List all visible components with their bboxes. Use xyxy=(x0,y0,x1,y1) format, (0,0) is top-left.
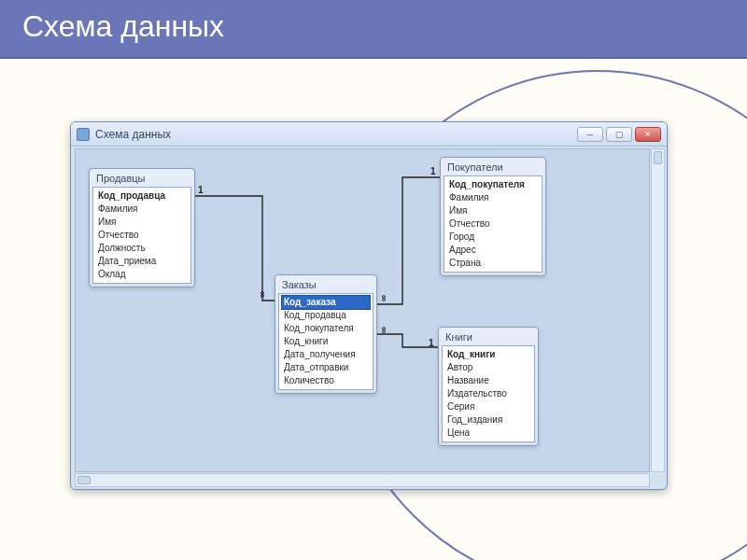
field[interactable]: Количество xyxy=(282,374,370,387)
scrollbar-vertical[interactable] xyxy=(651,148,665,472)
diagram-canvas[interactable]: 1 ∞ 1 ∞ ∞ 1 Продавцы Код_продавца Фамили… xyxy=(75,148,650,472)
field[interactable]: Дата_приема xyxy=(96,255,188,268)
rel-orders-many-3: ∞ xyxy=(378,327,388,333)
field[interactable]: Издательство xyxy=(445,387,531,400)
rel-books-one: 1 xyxy=(429,338,434,348)
field[interactable]: Отчество xyxy=(96,229,188,242)
minimize-button[interactable]: ─ xyxy=(577,127,603,142)
field[interactable]: Автор xyxy=(445,361,531,374)
table-books-title: Книги xyxy=(442,330,535,345)
field[interactable]: Город xyxy=(447,231,539,244)
maximize-button[interactable]: ▢ xyxy=(606,127,632,142)
table-sellers-title: Продавцы xyxy=(92,172,191,187)
field[interactable]: Фамилия xyxy=(96,203,188,216)
field[interactable]: Код_покупателя xyxy=(282,322,370,335)
window-titlebar[interactable]: Схема данных ─ ▢ ✕ xyxy=(71,122,667,147)
field[interactable]: Код_продавца xyxy=(96,189,188,203)
table-buyers[interactable]: Покупатели Код_покупателя Фамилия Имя От… xyxy=(440,157,546,276)
rel-buyers-one: 1 xyxy=(430,166,436,176)
field[interactable]: Код_книги xyxy=(282,335,370,348)
rel-sellers-one: 1 xyxy=(198,185,204,195)
window-title: Схема данных xyxy=(95,128,171,141)
field[interactable]: Код_продавца xyxy=(282,309,370,322)
field[interactable]: Должность xyxy=(96,242,188,255)
field[interactable]: Код_книги xyxy=(445,348,531,361)
rel-orders-many-2: ∞ xyxy=(378,295,388,301)
rel-orders-many-1: ∞ xyxy=(257,291,267,298)
field[interactable]: Цена xyxy=(445,427,531,440)
field[interactable]: Код_покупателя xyxy=(447,178,539,191)
scrollbar-thumb[interactable] xyxy=(654,151,662,164)
relationships-window: Схема данных ─ ▢ ✕ 1 ∞ 1 ∞ ∞ 1 Продавцы … xyxy=(70,121,668,490)
table-orders-title: Заказы xyxy=(278,278,374,293)
table-sellers[interactable]: Продавцы Код_продавца Фамилия Имя Отчест… xyxy=(89,168,195,287)
close-button[interactable]: ✕ xyxy=(635,127,661,142)
field[interactable]: Год_издания xyxy=(445,413,531,427)
field[interactable]: Адрес xyxy=(447,244,539,257)
table-orders[interactable]: Заказы Код_заказа Код_продавца Код_покуп… xyxy=(275,274,377,394)
field[interactable]: Оклад xyxy=(96,268,188,281)
table-books[interactable]: Книги Код_книги Автор Название Издательс… xyxy=(438,327,539,446)
field[interactable]: Имя xyxy=(447,204,539,217)
scrollbar-thumb[interactable] xyxy=(78,476,91,484)
field[interactable]: Страна xyxy=(447,257,539,270)
field[interactable]: Дата_получения xyxy=(282,348,370,361)
field[interactable]: Название xyxy=(445,374,531,387)
field[interactable]: Отчество xyxy=(447,217,539,231)
field[interactable]: Имя xyxy=(96,216,188,229)
field[interactable]: Дата_отправки xyxy=(282,361,370,374)
table-buyers-title: Покупатели xyxy=(444,161,543,175)
field[interactable]: Фамилия xyxy=(447,191,539,204)
scrollbar-horizontal[interactable] xyxy=(75,473,650,487)
slide-title: Схема данных xyxy=(0,0,747,59)
field[interactable]: Серия xyxy=(445,400,531,413)
app-icon xyxy=(77,128,90,141)
field-selected[interactable]: Код_заказа xyxy=(281,295,371,310)
